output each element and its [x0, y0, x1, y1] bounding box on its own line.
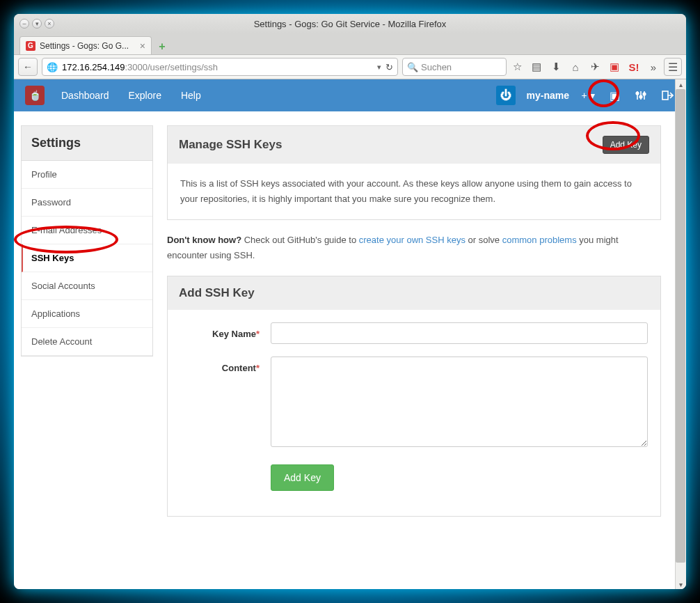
share-icon[interactable]: ✈ [589, 61, 601, 73]
username[interactable]: my-name [527, 90, 569, 101]
nav-dashboard[interactable]: Dashboard [61, 90, 109, 101]
url-path: :3000/user/settings/ssh [125, 62, 218, 72]
add-key-header-button[interactable]: Add Key [603, 136, 649, 154]
search-icon: 🔍 [407, 62, 418, 72]
sidebar-item-ssh-keys[interactable]: SSH Keys [22, 244, 152, 272]
page-viewport: 🍵 Dashboard Explore Help ⏻ my-name + ▾ ▣ [14, 79, 686, 589]
sidebar-item-applications[interactable]: Applications [22, 300, 152, 328]
firefox-window: – ▾ × Settings - Gogs: Go Git Service - … [14, 14, 686, 589]
svg-point-3 [636, 92, 639, 95]
new-tab-button[interactable]: + [154, 39, 170, 54]
addon-abp-icon[interactable]: ▣ [608, 61, 621, 73]
reload-icon[interactable]: ↻ [385, 62, 393, 72]
favicon-icon: G [26, 41, 35, 51]
admin-panel-icon[interactable] [633, 88, 649, 103]
content-textarea[interactable] [271, 357, 648, 447]
settings-sidebar: Settings Profile Password E-mail Address… [21, 125, 153, 529]
menu-button[interactable]: ☰ [664, 58, 682, 76]
key-name-label: Key Name [212, 329, 256, 339]
link-create-ssh[interactable]: create your own SSH keys [359, 235, 466, 245]
svg-rect-6 [662, 91, 668, 100]
ssh-hint: Don't know how? Check out GitHub's guide… [167, 233, 661, 263]
scroll-down-icon[interactable]: ▾ [675, 579, 686, 589]
sidebar-item-emails[interactable]: E-mail Addresses [22, 217, 152, 244]
scroll-up-icon[interactable]: ▴ [675, 79, 686, 89]
avatar[interactable]: ⏻ [496, 86, 516, 105]
tab-label: Settings - Gogs: Go G... [40, 41, 129, 51]
gogs-logo-icon[interactable]: 🍵 [25, 86, 45, 105]
search-placeholder: Suchen [421, 62, 452, 72]
vertical-scrollbar[interactable]: ▴ ▾ [675, 79, 686, 589]
sidebar-item-password[interactable]: Password [22, 189, 152, 217]
notifications-icon[interactable]: ▣ [607, 88, 622, 103]
search-bar[interactable]: 🔍 Suchen [402, 58, 507, 76]
maximize-button[interactable]: ▾ [32, 19, 42, 29]
addon-s-icon[interactable]: S! [628, 61, 640, 73]
nav-explore[interactable]: Explore [129, 90, 161, 101]
submit-add-key-button[interactable]: Add Key [271, 464, 334, 491]
add-ssh-title: Add SSH Key [179, 286, 255, 300]
window-titlebar: – ▾ × Settings - Gogs: Go Git Service - … [14, 14, 686, 33]
app-header: 🍵 Dashboard Explore Help ⏻ my-name + ▾ ▣ [14, 79, 686, 111]
home-icon[interactable]: ⌂ [569, 61, 582, 73]
globe-icon: 🌐 [47, 62, 58, 72]
browser-toolbar: ← 🌐 172.16.254.149:3000/user/settings/ss… [14, 54, 686, 79]
key-name-input[interactable] [271, 322, 648, 344]
create-dropdown[interactable]: + ▾ [580, 88, 596, 103]
sidebar-title: Settings [21, 125, 153, 161]
bookmark-star-icon[interactable]: ☆ [511, 61, 523, 73]
content-label: Content [222, 363, 256, 373]
url-dropdown-icon[interactable]: ▾ [377, 63, 381, 72]
logout-icon[interactable] [660, 88, 675, 103]
minimize-button[interactable]: – [19, 19, 29, 29]
url-host: 172.16.254.149 [62, 62, 125, 72]
tab-strip: G Settings - Gogs: Go G... × + [14, 33, 686, 54]
back-button[interactable]: ← [18, 58, 38, 76]
sidebar-item-profile[interactable]: Profile [22, 161, 152, 189]
svg-point-5 [643, 93, 646, 95]
manage-ssh-title: Manage SSH Keys [179, 138, 282, 152]
hint-prefix: Don't know how? [167, 235, 241, 245]
nav-help[interactable]: Help [181, 90, 201, 101]
clipboard-icon[interactable]: ▤ [530, 61, 543, 73]
sidebar-item-social[interactable]: Social Accounts [22, 272, 152, 300]
manage-ssh-panel: Manage SSH Keys Add Key This is a list o… [167, 125, 661, 220]
scroll-thumb[interactable] [676, 89, 685, 563]
browser-tab[interactable]: G Settings - Gogs: Go G... × [19, 36, 152, 54]
url-bar[interactable]: 🌐 172.16.254.149:3000/user/settings/ssh … [42, 58, 398, 76]
close-button[interactable]: × [45, 19, 54, 29]
svg-point-4 [639, 95, 642, 98]
link-common-problems[interactable]: common problems [502, 235, 577, 245]
tab-close-icon[interactable]: × [140, 40, 145, 52]
add-ssh-panel: Add SSH Key Key Name* Content* [167, 276, 661, 517]
manage-ssh-desc: This is a list of SSH keys associated wi… [168, 164, 660, 219]
overflow-icon[interactable]: » [647, 61, 660, 73]
sidebar-item-delete-account[interactable]: Delete Account [22, 328, 152, 356]
window-title: Settings - Gogs: Go Git Service - Mozill… [14, 19, 686, 29]
downloads-icon[interactable]: ⬇ [550, 61, 562, 73]
